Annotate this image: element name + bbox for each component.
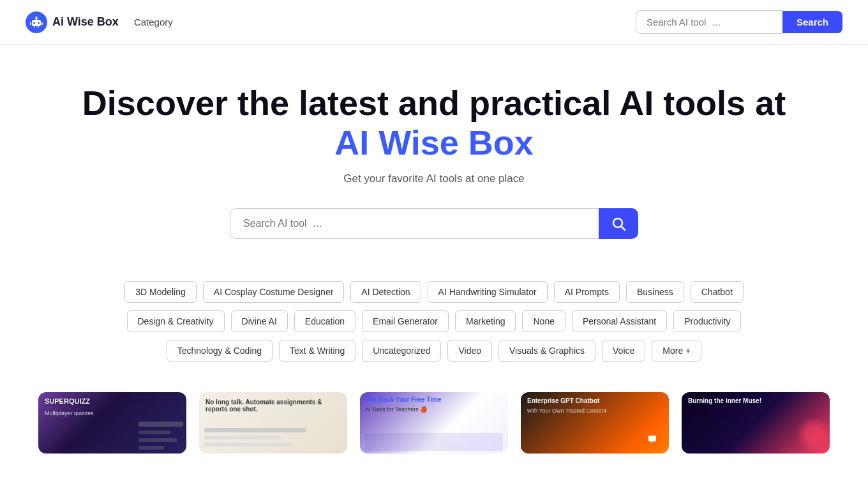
hero-title-line1: Discover the latest and practical AI too… [82, 84, 786, 122]
svg-rect-13 [138, 431, 170, 434]
hero-title: Discover the latest and practical AI too… [26, 83, 842, 162]
main-search-input[interactable] [230, 208, 599, 239]
card-3-label: Win Back Your Free Time [365, 396, 503, 403]
tag-design-creativity[interactable]: Design & Creativity [127, 310, 225, 332]
tag-text-writing[interactable]: Text & Writing [279, 340, 355, 362]
tool-card-3[interactable]: Win Back Your Free Time AI Tools for Tea… [360, 392, 508, 454]
card-1-label: SUPERQUIZZ [45, 397, 90, 405]
logo-text: Ai Wise Box [52, 15, 119, 29]
navbar: Ai Wise Box Category Search [0, 0, 868, 45]
svg-rect-16 [204, 428, 306, 432]
logo-icon [26, 11, 47, 33]
svg-point-3 [38, 22, 40, 24]
tag-visuals-graphics[interactable]: Visuals & Graphics [498, 340, 595, 362]
tag-none[interactable]: None [522, 310, 565, 332]
card-5-label: Burning the inner Muse! [688, 397, 823, 404]
card-5-inner: Burning the inner Muse! [682, 392, 830, 454]
nav-search-area: Search [636, 10, 842, 34]
tag-ai-detection[interactable]: AI Detection [350, 281, 421, 303]
card-4-icon [642, 429, 662, 450]
card-1-decoration [135, 415, 186, 454]
cards-section: SUPERQUIZZ Multiplayer quizzes No long t… [0, 382, 868, 454]
svg-rect-7 [41, 22, 43, 25]
logo-link[interactable]: Ai Wise Box [26, 11, 119, 33]
nav-search-input[interactable] [636, 10, 782, 34]
hero-brand-name: AI Wise Box [26, 123, 842, 162]
svg-rect-8 [34, 26, 35, 27]
card-1-inner: SUPERQUIZZ Multiplayer quizzes [38, 392, 186, 454]
tool-card-1[interactable]: SUPERQUIZZ Multiplayer quizzes [38, 392, 186, 454]
card-4-chat-icon [647, 434, 657, 445]
tag-voice[interactable]: Voice [602, 340, 645, 362]
tag-ai-prompts[interactable]: AI Prompts [554, 281, 620, 303]
tag-3d-modeling[interactable]: 3D Modeling [124, 281, 197, 303]
tag-chatbot[interactable]: Chatbot [691, 281, 744, 303]
main-search-button[interactable] [599, 208, 638, 239]
svg-rect-12 [138, 422, 183, 427]
tags-section: 3D Modeling AI Cosplay Costume Designer … [0, 281, 868, 382]
svg-line-11 [622, 227, 625, 231]
tag-personal-assistant[interactable]: Personal Assistant [572, 310, 667, 332]
card-3-inner: Win Back Your Free Time AI Tools for Tea… [360, 392, 508, 454]
tag-education[interactable]: Education [294, 310, 355, 332]
tags-row-2: Design & Creativity Divine AI Education … [127, 310, 742, 332]
svg-point-2 [33, 22, 35, 24]
nav-left: Ai Wise Box Category [26, 11, 173, 33]
svg-rect-15 [138, 446, 164, 450]
card-2-decoration [204, 425, 319, 451]
svg-rect-17 [204, 436, 281, 439]
card-2-sublabel: No long talk. Automate assignments & rep… [206, 399, 341, 413]
svg-rect-14 [138, 438, 177, 442]
card-4-inner: Enterprise GPT Chatbot with Your Own Tru… [521, 392, 669, 454]
svg-rect-6 [30, 22, 31, 25]
main-search-wrap [230, 208, 638, 239]
card-3-sublabel: AI Tools for Teachers 🍎 [365, 406, 503, 413]
tag-business[interactable]: Business [626, 281, 684, 303]
hero-subtitle: Get your favorite AI tools at one place [26, 172, 842, 185]
svg-point-5 [36, 16, 38, 18]
tag-ai-handwriting[interactable]: AI Handwriting Simulator [428, 281, 548, 303]
tool-card-5[interactable]: Burning the inner Muse! [682, 392, 830, 454]
svg-rect-18 [204, 443, 294, 446]
tag-video[interactable]: Video [447, 340, 492, 362]
card-4-sublabel: with Your Own Trusted Content [527, 408, 662, 414]
tag-technology-coding[interactable]: Technology & Coding [167, 340, 273, 362]
tag-more[interactable]: More + [652, 340, 701, 362]
category-link[interactable]: Category [134, 17, 173, 27]
tag-email-generator[interactable]: Email Generator [362, 310, 449, 332]
tag-uncategorized[interactable]: Uncategorized [362, 340, 441, 362]
tool-card-4[interactable]: Enterprise GPT Chatbot with Your Own Tru… [521, 392, 669, 454]
search-icon [611, 216, 626, 231]
tool-card-2[interactable]: No long talk. Automate assignments & rep… [199, 392, 347, 454]
hero-section: Discover the latest and practical AI too… [0, 45, 868, 281]
card-5-glow [798, 415, 830, 454]
nav-search-button[interactable]: Search [782, 11, 842, 33]
tags-row-1: 3D Modeling AI Cosplay Costume Designer … [124, 281, 744, 303]
card-4-label: Enterprise GPT Chatbot [527, 397, 662, 404]
tag-ai-cosplay[interactable]: AI Cosplay Costume Designer [203, 281, 345, 303]
tags-row-3: Technology & Coding Text & Writing Uncat… [167, 340, 702, 362]
tag-marketing[interactable]: Marketing [455, 310, 516, 332]
card-3-bar [365, 433, 503, 451]
svg-rect-9 [38, 26, 39, 27]
tag-productivity[interactable]: Productivity [673, 310, 741, 332]
main-search-area [26, 208, 842, 239]
card-2-inner: No long talk. Automate assignments & rep… [199, 392, 347, 454]
tag-divine-ai[interactable]: Divine AI [231, 310, 288, 332]
